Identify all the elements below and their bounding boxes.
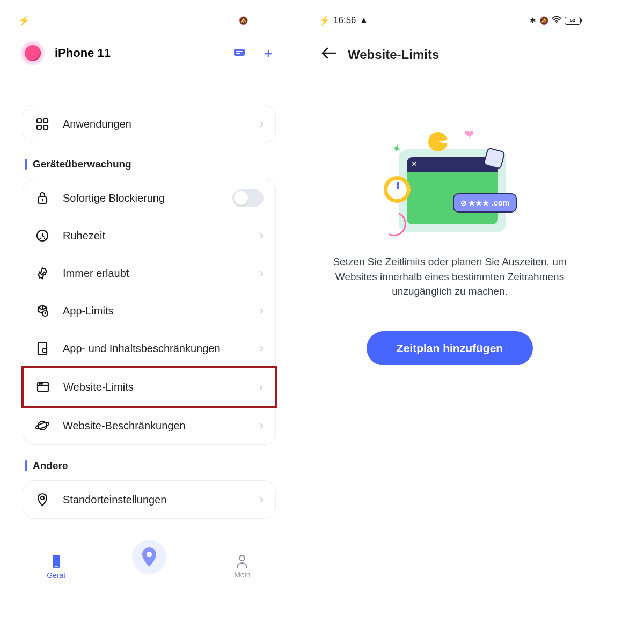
mute-icon: 🔕: [239, 16, 248, 25]
svg-point-15: [35, 421, 49, 430]
battery-icon: 52: [565, 17, 581, 25]
svg-point-20: [239, 555, 245, 561]
svg-point-21: [556, 21, 557, 23]
clock-text: 16:56: [33, 15, 56, 26]
app-limits-row[interactable]: App-Limits ›: [23, 292, 275, 330]
add-schedule-button[interactable]: Zeitplan hinzufügen: [367, 331, 533, 365]
svg-rect-5: [43, 125, 48, 129]
svg-point-16: [41, 496, 44, 500]
website-restrictions-row[interactable]: Website-Beschränkungen ›: [23, 407, 275, 444]
nav-device[interactable]: Gerät: [10, 544, 103, 589]
chevron-right-icon: ›: [260, 266, 264, 280]
cube-clock-icon: [35, 304, 50, 317]
wifi-icon: [251, 16, 261, 25]
device-gear-icon: [35, 341, 50, 355]
list-item-label: Website-Limits: [63, 381, 246, 393]
section-monitoring-title: Geräteüberwachung: [25, 158, 276, 170]
always-allowed-row[interactable]: Immer erlaubt ›: [23, 254, 275, 292]
svg-point-19: [147, 552, 152, 557]
apps-card: Anwendungen ›: [23, 105, 276, 143]
avatar[interactable]: [20, 41, 45, 65]
svg-point-13: [41, 383, 42, 384]
svg-point-0: [255, 21, 257, 23]
chevron-right-icon: ›: [260, 341, 264, 355]
bluetooth-icon: ✱: [229, 16, 236, 25]
downtime-row[interactable]: Ruhezeit ›: [23, 217, 275, 254]
content-restrictions-row[interactable]: App- und Inhaltsbeschränkungen ›: [23, 330, 275, 367]
chevron-right-icon: ›: [260, 229, 264, 243]
bluetooth-icon: ✱: [530, 16, 536, 25]
location-pin-icon: [35, 493, 50, 507]
status-bar: ⚡ 16:56 ▲ ✱ 🔕 52: [10, 10, 289, 31]
list-item-label: Website-Beschränkungen: [63, 420, 247, 432]
nav-label: Gerät: [47, 571, 65, 580]
list-item-label: App- und Inhaltsbeschränkungen: [63, 342, 247, 355]
wifi-icon: [552, 16, 561, 25]
browser-icon: [35, 381, 50, 393]
clock-text: 16:56: [333, 15, 356, 26]
list-item-label: App-Limits: [63, 305, 247, 317]
bottom-nav: Gerät x Mein: [10, 544, 289, 589]
chevron-right-icon: ›: [259, 380, 263, 394]
website-limits-screen: ⚡ 16:56 ▲ ✱ 🔕 52 Website-Limits ❤ ✦ ⊘: [310, 10, 589, 589]
settings-screen: ⚡ 16:56 ▲ ✱ 🔕 52 iPhone 11 ＋: [10, 10, 289, 589]
lock-icon: [35, 192, 50, 204]
add-button[interactable]: ＋: [259, 43, 278, 63]
svg-point-12: [39, 383, 40, 384]
clock-icon: [35, 229, 50, 242]
planet-icon: [35, 419, 50, 432]
list-item-label: Standorteinstellungen: [63, 494, 247, 506]
chevron-right-icon: ›: [260, 419, 264, 433]
instant-block-toggle[interactable]: [232, 189, 264, 207]
list-item-label: Sofortige Blockierung: [63, 192, 219, 204]
svg-rect-4: [37, 125, 41, 129]
header: ⚡ 16:56 ▲ ✱ 🔕 52 iPhone 11 ＋: [10, 10, 289, 65]
empty-state: ❤ ✦ ⊘ ★★★ .com Setzen Sie Zeitlimits ode…: [310, 128, 589, 365]
svg-rect-1: [234, 49, 245, 56]
chevron-right-icon: ›: [260, 493, 264, 507]
chat-button[interactable]: [230, 43, 249, 63]
badge-check-icon: [35, 267, 50, 280]
status-bar: ⚡ 16:56 ▲ ✱ 🔕 52: [310, 10, 589, 31]
warning-icon: ▲: [59, 15, 68, 26]
device-name: iPhone 11: [55, 46, 220, 60]
website-limits-highlight: Website-Limits ›: [21, 366, 277, 408]
charging-icon: ⚡: [18, 15, 30, 26]
list-item-label: Ruhezeit: [63, 230, 247, 242]
section-other-title: Andere: [25, 460, 276, 472]
nav-location[interactable]: [132, 540, 166, 574]
svg-rect-18: [55, 566, 58, 567]
url-badge: ⊘ ★★★ .com: [453, 193, 517, 213]
warning-icon: ▲: [360, 15, 369, 26]
nav-label: Mein: [234, 570, 250, 579]
nav-mine[interactable]: Mein: [196, 544, 289, 589]
chevron-right-icon: ›: [260, 117, 264, 131]
applications-row[interactable]: Anwendungen ›: [23, 105, 275, 143]
website-limits-row[interactable]: Website-Limits ›: [24, 368, 275, 406]
list-item-label: Anwendungen: [63, 118, 247, 130]
monitoring-card: Sofortige Blockierung Ruhezeit › Immer e…: [23, 179, 276, 445]
empty-description: Setzen Sie Zeitlimits oder planen Sie Au…: [325, 254, 574, 299]
apps-icon: [35, 118, 50, 130]
svg-rect-3: [43, 119, 48, 123]
empty-illustration: ❤ ✦ ⊘ ★★★ .com: [377, 128, 522, 235]
chevron-right-icon: ›: [260, 304, 264, 318]
mute-icon: 🔕: [539, 16, 548, 25]
location-settings-row[interactable]: Standorteinstellungen ›: [23, 481, 275, 518]
svg-rect-2: [37, 119, 41, 123]
charging-icon: ⚡: [319, 15, 330, 26]
page-header: Website-Limits: [310, 31, 589, 74]
other-card: Standorteinstellungen ›: [23, 480, 276, 519]
list-item-label: Immer erlaubt: [63, 267, 247, 280]
page-title: Website-Limits: [348, 47, 439, 62]
content: Anwendungen › Geräteüberwachung Sofortig…: [10, 93, 289, 544]
instant-block-row[interactable]: Sofortige Blockierung: [23, 179, 275, 217]
battery-icon: 52: [264, 17, 280, 25]
back-button[interactable]: [321, 46, 336, 63]
